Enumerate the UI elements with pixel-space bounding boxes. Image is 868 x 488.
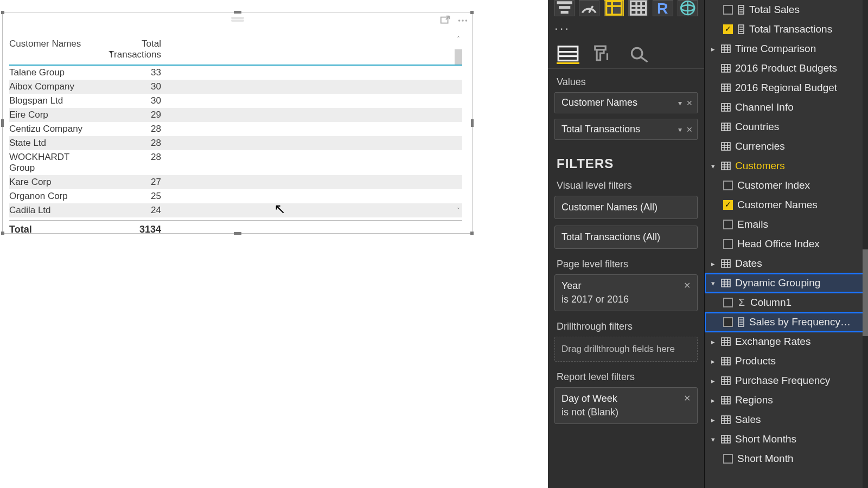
plf-year[interactable]: Year✕ is 2017 or 2016	[554, 274, 698, 311]
table-row[interactable]: Eire Corp29	[9, 108, 462, 122]
field-emails[interactable]: Emails	[705, 215, 868, 234]
viz-type-funnel-icon[interactable]	[554, 0, 575, 16]
vlf-customer-names[interactable]: Customer Names (All)	[554, 196, 698, 219]
focus-mode-icon[interactable]	[439, 15, 451, 27]
well-dropdown-icon[interactable]: ▾	[678, 125, 682, 134]
table-row[interactable]: Aibox Company30	[9, 80, 462, 94]
field-checkbox[interactable]	[723, 24, 733, 34]
field-table-customers[interactable]: ▾Customers	[705, 156, 868, 176]
expand-caret-icon[interactable]: ▸	[709, 377, 717, 385]
field-table-short-months[interactable]: ▾Short Months	[705, 429, 868, 449]
field-customer-index[interactable]: Customer Index	[705, 176, 868, 195]
table-scrollbar[interactable]: ˆ ˇ	[454, 35, 463, 215]
viz-gallery-more[interactable]: ···	[548, 20, 704, 41]
visual-drag-grip[interactable]	[231, 17, 244, 19]
resize-handle-bl[interactable]	[1, 232, 4, 235]
well-total-transactions[interactable]: Total Transactions ▾✕	[554, 119, 698, 140]
field-table-purchase-frequency[interactable]: ▸Purchase Frequency	[705, 371, 868, 390]
resize-handle-right[interactable]	[471, 119, 474, 127]
field-total-transactions[interactable]: Total Transactions	[705, 20, 868, 39]
field-short-month[interactable]: Short Month	[705, 449, 868, 468]
viz-type-table-icon[interactable]	[604, 0, 624, 16]
table-row[interactable]: Cadila Ltd24	[9, 203, 462, 217]
resize-handle-left[interactable]	[1, 119, 4, 127]
resize-handle-top[interactable]	[234, 11, 241, 14]
field-table-countries[interactable]: Countries	[705, 117, 868, 137]
expand-caret-icon[interactable]: ▸	[709, 357, 717, 365]
field-table-regions[interactable]: ▸Regions	[705, 390, 868, 410]
analytics-tab-icon[interactable]	[628, 44, 651, 64]
drillthrough-drop-zone[interactable]: Drag drillthrough fields here	[554, 337, 698, 362]
field-checkbox[interactable]	[723, 239, 733, 249]
table-header-row: Customer Names Total Transactions ▼	[9, 35, 462, 66]
field-table-channel-info[interactable]: Channel Info	[705, 98, 868, 117]
expand-caret-icon[interactable]: ▾	[709, 279, 717, 287]
field-table-time-comparison[interactable]: ▸Time Comparison	[705, 39, 868, 59]
report-canvas[interactable]: Customer Names Total Transactions ▼ Tala…	[0, 0, 548, 488]
scroll-up-icon[interactable]: ˆ	[457, 35, 459, 44]
table-row[interactable]: Kare Corp27	[9, 175, 462, 189]
expand-caret-icon[interactable]: ▾	[709, 162, 717, 170]
scroll-track[interactable]	[455, 44, 462, 207]
scroll-thumb[interactable]	[455, 49, 462, 65]
field-sales-by-frequency-g-[interactable]: Sales by Frequency G...	[705, 312, 868, 332]
table-row[interactable]: Organon Corp25	[9, 189, 462, 203]
well-remove-icon[interactable]: ✕	[686, 125, 693, 134]
svg-rect-39	[722, 65, 730, 72]
header-customer-names[interactable]: Customer Names	[9, 38, 95, 60]
table-row[interactable]: Talane Group33	[9, 66, 462, 80]
table-row[interactable]: Centizu Company28	[9, 122, 462, 136]
rlf-remove-icon[interactable]: ✕	[684, 393, 691, 404]
table-row[interactable]: State Ltd28	[9, 136, 462, 150]
viz-type-globe-icon[interactable]	[678, 0, 698, 16]
table-row[interactable]: Deseret Group24	[9, 217, 462, 220]
field-checkbox[interactable]	[723, 454, 733, 464]
table-visual-frame[interactable]: Customer Names Total Transactions ▼ Tala…	[2, 12, 473, 234]
field-table-dynamic-grouping[interactable]: ▾Dynamic Grouping	[705, 273, 868, 293]
format-tab-icon[interactable]	[592, 44, 615, 64]
filters-title: FILTERS	[548, 145, 704, 177]
rlf-day-of-week[interactable]: Day of Week✕ is not (Blank)	[554, 387, 698, 424]
field-table-currencies[interactable]: Currencies	[705, 137, 868, 156]
resize-handle-br[interactable]	[470, 232, 474, 235]
well-remove-icon[interactable]: ✕	[686, 99, 693, 107]
fields-scrollbar[interactable]	[863, 0, 868, 488]
viz-type-gauge-icon[interactable]	[579, 0, 599, 16]
field-table-exchange-rates[interactable]: ▸Exchange Rates	[705, 332, 868, 351]
field-checkbox[interactable]	[723, 220, 733, 229]
field-table-products[interactable]: ▸Products	[705, 351, 868, 371]
field-checkbox[interactable]	[723, 200, 733, 210]
field-table-2016-product-budgets[interactable]: 2016 Product Budgets	[705, 59, 868, 78]
fields-scroll-thumb[interactable]	[863, 249, 868, 336]
field-table-sales[interactable]: ▸Sales	[705, 410, 868, 429]
fields-tab-icon[interactable]	[557, 44, 579, 64]
field-customer-names[interactable]: Customer Names	[705, 195, 868, 215]
table-row[interactable]: Blogspan Ltd30	[9, 94, 462, 108]
expand-caret-icon[interactable]: ▸	[709, 396, 717, 404]
scroll-down-icon[interactable]: ˇ	[457, 207, 459, 215]
expand-caret-icon[interactable]: ▸	[709, 338, 717, 346]
expand-caret-icon[interactable]: ▸	[709, 260, 717, 268]
svg-rect-5	[559, 6, 570, 9]
well-dropdown-icon[interactable]: ▾	[678, 99, 682, 107]
plf-remove-icon[interactable]: ✕	[684, 280, 691, 292]
field-column1[interactable]: ΣColumn1	[705, 293, 868, 312]
well-customer-names[interactable]: Customer Names ▾✕	[554, 92, 698, 113]
expand-caret-icon[interactable]: ▾	[709, 435, 717, 444]
field-total-sales[interactable]: Total Sales	[705, 0, 868, 20]
more-options-icon[interactable]	[457, 15, 469, 27]
viz-type-matrix-icon[interactable]	[628, 0, 648, 16]
field-checkbox[interactable]	[723, 181, 733, 190]
field-head-office-index[interactable]: Head Office Index	[705, 234, 868, 254]
vlf-total-transactions[interactable]: Total Transactions (All)	[554, 226, 698, 249]
field-table-2016-regional-budget[interactable]: 2016 Regional Budget	[705, 78, 868, 98]
field-checkbox[interactable]	[723, 317, 733, 327]
field-table-dates[interactable]: ▸Dates	[705, 254, 868, 273]
table-row[interactable]: WOCKHARDT Group28	[9, 150, 462, 175]
expand-caret-icon[interactable]: ▸	[709, 45, 717, 53]
field-checkbox[interactable]	[723, 298, 733, 307]
viz-type-r-icon[interactable]: R	[653, 0, 673, 16]
header-total-transactions[interactable]: Total Transactions ▼	[95, 38, 161, 60]
expand-caret-icon[interactable]: ▸	[709, 416, 717, 424]
field-checkbox[interactable]	[723, 5, 733, 15]
